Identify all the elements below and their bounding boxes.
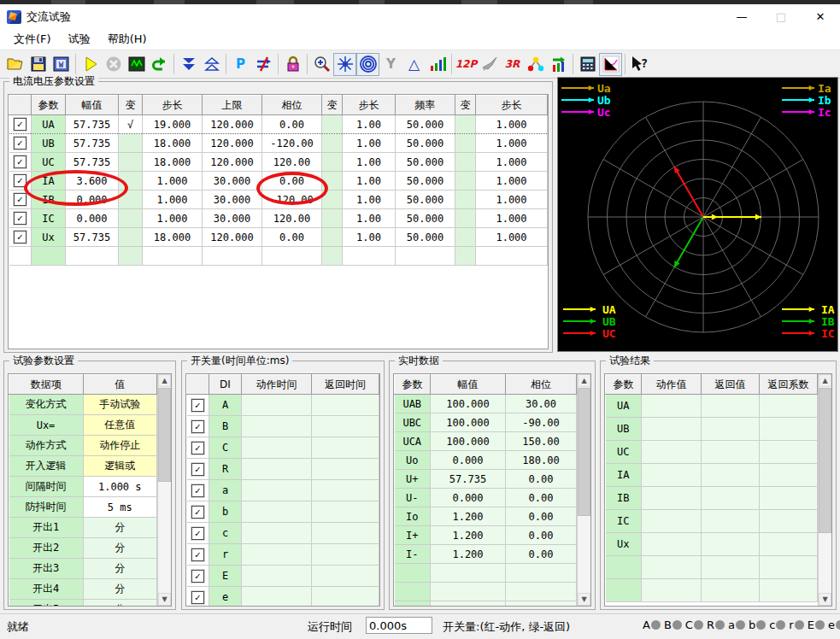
table-cell[interactable]: 0.000 [66, 209, 119, 228]
table-cell[interactable]: 50.000 [396, 191, 455, 209]
checkbox-cell[interactable]: ✓ [9, 191, 32, 209]
table-cell[interactable]: 120.000 [203, 228, 262, 247]
table-cell[interactable]: 开出2 [9, 538, 84, 559]
table-cell[interactable]: 50.000 [396, 172, 455, 191]
run-icon[interactable] [79, 53, 102, 76]
table-cell[interactable] [322, 191, 343, 209]
table-cell[interactable] [455, 209, 476, 228]
table-cell[interactable] [322, 153, 343, 172]
row-checkbox[interactable]: ✓ [14, 174, 26, 187]
table-cell[interactable]: UB [32, 134, 66, 153]
table-cell[interactable] [312, 416, 379, 437]
scroll-up-icon[interactable]: ▲ [578, 374, 590, 387]
table-cell[interactable]: 30.000 [203, 209, 262, 228]
table-cell[interactable] [119, 153, 143, 172]
waveform-icon[interactable] [125, 53, 148, 76]
table-cell[interactable] [143, 247, 203, 266]
table-cell[interactable]: 50.000 [396, 134, 455, 153]
table-cell[interactable]: 动作方式 [9, 436, 84, 456]
table-cell[interactable]: 1.00 [343, 172, 396, 191]
row-checkbox[interactable]: ✓ [191, 548, 204, 561]
table-cell[interactable]: 1.000 [476, 191, 548, 209]
table-cell[interactable]: r [209, 544, 242, 566]
minimize-button[interactable]: — [722, 5, 761, 29]
table-cell[interactable]: 50.000 [396, 209, 455, 228]
table-cell[interactable] [242, 501, 312, 523]
table-cell[interactable]: 5 ms [83, 497, 157, 518]
delta-icon[interactable]: △ [402, 53, 426, 76]
row-checkbox[interactable]: ✓ [191, 570, 204, 583]
table-cell[interactable]: A [209, 395, 242, 416]
table-cell[interactable]: 分 [83, 579, 157, 600]
table-cell[interactable] [312, 544, 379, 566]
table-cell[interactable]: 30.000 [203, 191, 262, 209]
table-cell[interactable]: 1.000 [476, 115, 548, 134]
table-cell[interactable]: Ux= [9, 415, 84, 436]
checkbox-cell[interactable]: ✓ [187, 459, 209, 480]
table-cell[interactable]: 18.000 [143, 228, 203, 247]
table-cell[interactable]: 57.735 [66, 228, 119, 247]
table-cell[interactable] [32, 247, 66, 266]
table-cell[interactable]: 间隔时间 [9, 477, 84, 497]
scroll-down-icon[interactable]: ▼ [819, 593, 831, 606]
row-checkbox[interactable]: ✓ [14, 155, 26, 168]
table-cell[interactable]: 30.000 [203, 172, 262, 191]
table-cell[interactable] [312, 566, 379, 587]
table-cell[interactable] [476, 247, 548, 266]
checkbox-cell[interactable]: ✓ [187, 587, 209, 607]
table-cell[interactable] [455, 115, 476, 134]
vector-dots-icon[interactable] [524, 53, 547, 76]
table-cell[interactable] [119, 247, 143, 266]
table-cell[interactable]: B [209, 416, 242, 437]
table-cell[interactable] [312, 459, 379, 480]
table-cell[interactable]: a [209, 480, 242, 501]
table-cell[interactable]: 任意值 [83, 415, 157, 436]
table-cell[interactable]: 1.00 [343, 115, 396, 134]
table-cell[interactable] [343, 247, 396, 266]
row-checkbox[interactable]: ✓ [191, 399, 204, 412]
table-cell[interactable] [312, 395, 379, 416]
table-cell[interactable]: 开出3 [9, 559, 84, 579]
table-cell[interactable] [312, 501, 379, 523]
table-cell[interactable] [455, 134, 476, 153]
table-cell[interactable]: 1.000 [476, 172, 548, 191]
table-cell[interactable]: E [209, 566, 242, 587]
table-cell[interactable]: 1.000 s [83, 477, 157, 497]
test-params-scrollbar[interactable]: ▲ ▼ [157, 374, 171, 606]
row-checkbox[interactable]: ✓ [191, 506, 204, 519]
table-cell[interactable]: 1.000 [143, 172, 203, 191]
row-checkbox[interactable]: ✓ [191, 420, 204, 433]
table-cell[interactable] [455, 228, 476, 247]
realtime-scrollbar[interactable]: ▲ ▼ [577, 374, 590, 606]
row-checkbox[interactable]: ✓ [191, 442, 204, 454]
table-cell[interactable]: 动作停止 [83, 436, 157, 456]
menu-test[interactable]: 试验 [60, 30, 99, 49]
table-cell[interactable]: 0.00 [262, 228, 322, 247]
row-checkbox[interactable]: ✓ [191, 591, 204, 604]
table-cell[interactable] [66, 247, 119, 266]
table-cell[interactable]: 开入逻辑 [9, 456, 84, 477]
table-cell[interactable]: 1.00 [343, 134, 396, 153]
table-cell[interactable]: e [209, 587, 242, 607]
table-cell[interactable] [242, 395, 312, 416]
table-cell[interactable] [322, 209, 343, 228]
table-cell[interactable]: 50.000 [396, 115, 455, 134]
table-cell[interactable]: 3.600 [66, 172, 119, 191]
checkbox-cell[interactable] [9, 247, 32, 266]
lower-icon[interactable] [177, 53, 200, 76]
scroll-down-icon[interactable]: ▼ [158, 593, 171, 606]
table-cell[interactable]: 57.735 [66, 153, 119, 172]
table-cell[interactable]: 0.00 [262, 172, 322, 191]
table-cell[interactable]: 120.000 [203, 134, 262, 153]
raise-icon[interactable] [200, 53, 223, 76]
row-checkbox[interactable]: ✓ [191, 463, 204, 476]
table-cell[interactable] [119, 191, 143, 209]
table-cell[interactable] [455, 247, 476, 266]
table-cell[interactable] [322, 115, 343, 134]
table-cell[interactable]: 1.00 [343, 191, 396, 209]
checkbox-cell[interactable]: ✓ [187, 416, 209, 437]
checkbox-cell[interactable]: ✓ [187, 566, 209, 587]
table-cell[interactable] [312, 480, 379, 501]
table-cell[interactable] [203, 247, 262, 266]
table-cell[interactable] [242, 587, 312, 607]
